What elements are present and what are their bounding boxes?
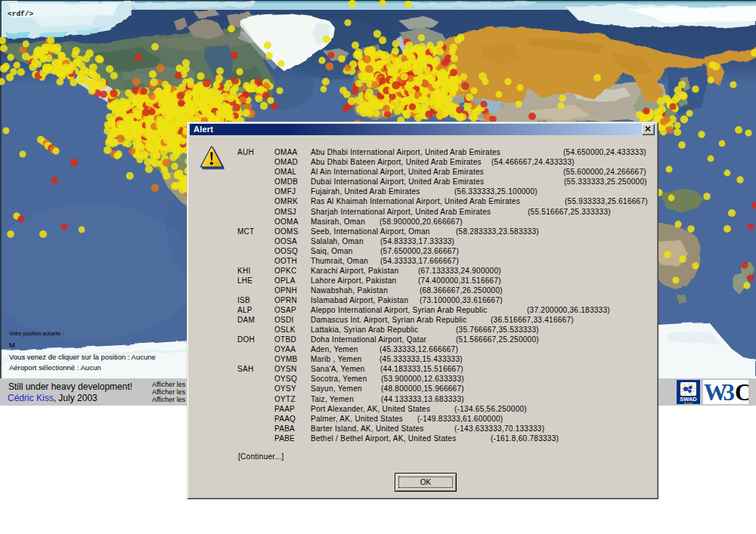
svg-text:W3: W3 (704, 380, 735, 404)
svg-text:Europe: Europe (684, 402, 692, 405)
svg-text:C: C (735, 380, 748, 404)
